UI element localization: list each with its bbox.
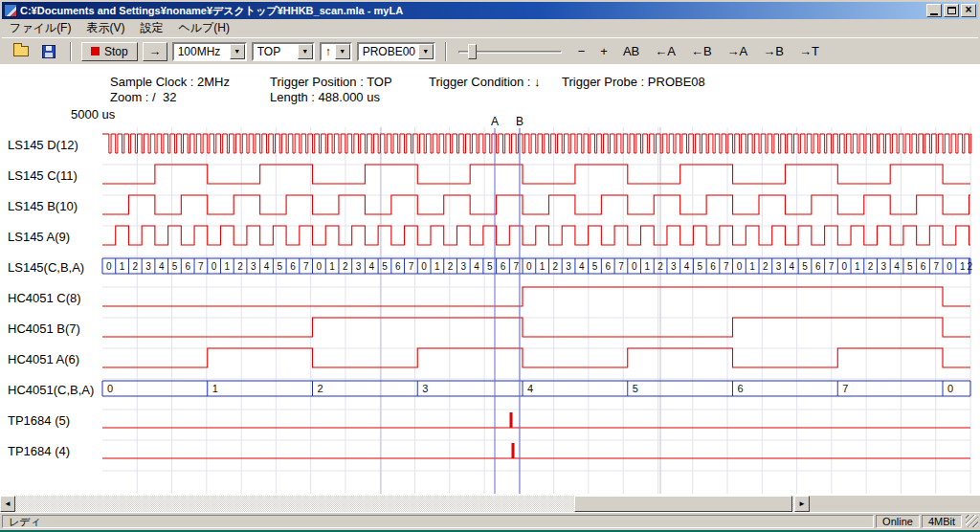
svg-text:6: 6 [395, 261, 401, 272]
svg-text:5: 5 [277, 261, 282, 272]
minimize-icon [930, 13, 938, 15]
svg-text:1: 1 [329, 261, 335, 272]
menu-item[interactable]: 表示(V) [78, 18, 132, 38]
channel-trace [102, 443, 970, 458]
probe-value: PROBE00 [363, 45, 415, 58]
svg-text:5: 5 [172, 261, 178, 272]
sample-rate-dropdown[interactable]: 100MHz ▼ [172, 42, 247, 61]
channel-trace: 0123456701234567012345670123456701234567… [102, 258, 972, 274]
svg-text:3: 3 [145, 261, 151, 272]
svg-text:2: 2 [448, 261, 454, 272]
save-icon [42, 45, 56, 58]
svg-text:7: 7 [829, 261, 835, 272]
svg-text:2: 2 [318, 383, 323, 394]
stop-button[interactable]: Stop [81, 42, 138, 61]
svg-text:2: 2 [133, 261, 139, 272]
channel-label: TP1684 (5) [8, 413, 70, 429]
channel-label: HC4051(C,B,A) [8, 383, 94, 398]
svg-text:4: 4 [159, 261, 165, 272]
scroll-right-button[interactable]: ► [794, 496, 810, 512]
svg-text:4: 4 [527, 383, 533, 394]
svg-text:0: 0 [107, 383, 113, 394]
stop-icon [91, 47, 100, 55]
sample-rate-value: 100MHz [178, 45, 221, 58]
channel-trace [102, 226, 970, 245]
nav-button[interactable]: ←A [653, 42, 678, 60]
stop-button-label: Stop [104, 45, 128, 58]
status-bar: レディ Online 4MBit [0, 512, 980, 528]
channel-label: HC4051 B(7) [8, 321, 80, 337]
svg-text:7: 7 [618, 261, 624, 272]
scroll-left-button[interactable]: ◄ [0, 496, 15, 512]
scrollbar-track[interactable] [15, 496, 794, 512]
channel-trace [102, 318, 970, 337]
nav-button[interactable]: + [598, 42, 610, 60]
chevron-down-icon: ▼ [335, 44, 350, 59]
channel-trace [102, 348, 970, 367]
svg-text:2: 2 [763, 261, 768, 272]
status-online: Online [876, 515, 920, 528]
nav-button[interactable]: →T [797, 42, 821, 60]
svg-text:3: 3 [461, 261, 467, 272]
svg-text:1: 1 [960, 261, 966, 272]
svg-text:6: 6 [710, 261, 716, 272]
svg-text:6: 6 [815, 261, 821, 272]
svg-text:3: 3 [881, 261, 887, 272]
svg-text:1: 1 [225, 261, 231, 272]
channel-label: HC4051 A(6) [8, 352, 79, 367]
menu-item[interactable]: 設定 [132, 18, 170, 38]
svg-text:5: 5 [592, 261, 598, 272]
open-button[interactable] [10, 41, 33, 62]
channel-label: LS145 A(9) [8, 230, 70, 245]
minimize-button[interactable] [926, 4, 942, 17]
maximize-icon [947, 7, 956, 14]
trigger-edge-dropdown[interactable]: ↑ ▼ [320, 42, 352, 61]
toolbar: Stop → 100MHz ▼ TOP ▼ ↑ ▼ PROBE00 ▼ −+AB… [2, 37, 978, 64]
save-button[interactable] [37, 41, 60, 62]
title-bar: C:¥Documents and Settings¥noname¥デスクトップ¥… [2, 2, 978, 19]
zoom-slider-thumb[interactable] [468, 44, 477, 59]
zoom-slider[interactable] [457, 41, 564, 62]
nav-button[interactable]: →B [761, 42, 786, 60]
svg-text:0: 0 [947, 261, 952, 272]
run-button[interactable]: → [143, 42, 167, 61]
svg-text:0: 0 [106, 261, 112, 272]
svg-text:5: 5 [697, 261, 702, 272]
channel-trace [102, 195, 970, 214]
nav-button[interactable]: − [576, 42, 588, 60]
scroll-left-icon: ◄ [4, 499, 11, 508]
scrollbar-thumb[interactable] [574, 496, 792, 512]
maximize-button[interactable] [944, 4, 959, 17]
svg-text:0: 0 [841, 261, 847, 272]
svg-text:4: 4 [368, 261, 374, 272]
horizontal-scrollbar[interactable]: ◄ ► [0, 496, 810, 512]
menu-item[interactable]: ヘルプ(H) [170, 18, 237, 38]
chevron-down-icon: ▼ [298, 44, 313, 59]
svg-text:1: 1 [749, 261, 755, 272]
trigger-position-dropdown[interactable]: TOP ▼ [252, 42, 315, 61]
toolbar-separator [445, 42, 447, 61]
close-button[interactable]: × [961, 4, 976, 17]
channel-label: LS145 B(10) [8, 199, 78, 214]
svg-text:0: 0 [526, 261, 532, 272]
nav-button[interactable]: →A [725, 42, 750, 60]
trigger-edge-value: ↑ [325, 45, 331, 58]
svg-text:1: 1 [434, 261, 440, 272]
close-icon: × [965, 4, 971, 15]
svg-text:0: 0 [317, 261, 323, 272]
trigger-position-value: TOP [257, 45, 280, 58]
svg-text:6: 6 [290, 261, 296, 272]
nav-button[interactable]: ←B [689, 42, 714, 60]
run-arrow-icon: → [148, 44, 161, 58]
svg-text:5: 5 [382, 261, 388, 272]
probe-dropdown[interactable]: PROBE00 ▼ [357, 42, 435, 61]
svg-text:3: 3 [671, 261, 677, 272]
svg-text:1: 1 [540, 261, 546, 272]
svg-text:6: 6 [501, 261, 506, 272]
svg-text:4: 4 [790, 261, 795, 272]
menu-bar: ファイル(F)表示(V)設定ヘルプ(H) [2, 19, 978, 37]
resize-grip[interactable] [966, 515, 978, 527]
app-icon [4, 4, 17, 17]
nav-button[interactable]: AB [621, 42, 641, 60]
menu-item[interactable]: ファイル(F) [2, 18, 78, 38]
